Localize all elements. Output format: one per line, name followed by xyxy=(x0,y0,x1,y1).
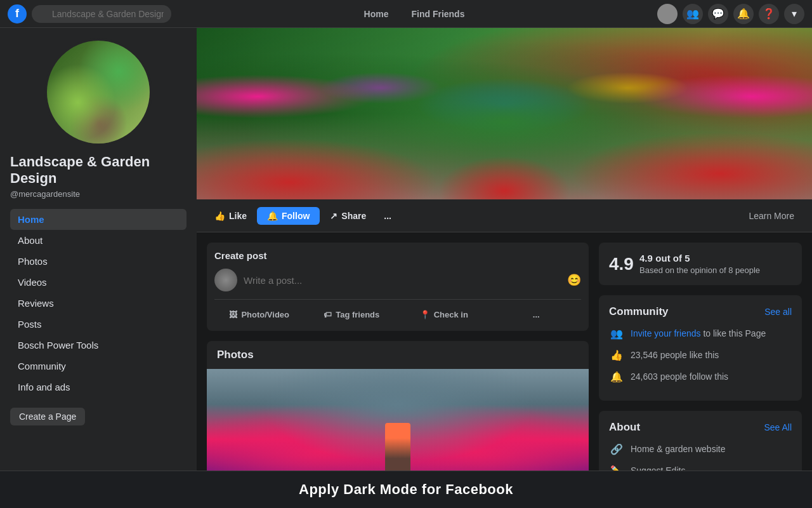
right-column: 4.9 4.9 out of 5 Based on the opinion of… xyxy=(599,243,802,508)
feed-column: Create post 😊 🖼 Photo/Video 🏷 T xyxy=(207,243,589,508)
community-header: Community See all xyxy=(609,305,792,318)
avatar-image xyxy=(47,41,150,144)
people-icon[interactable]: 👥 xyxy=(683,4,703,24)
user-avatar[interactable] xyxy=(657,4,678,24)
community-see-all[interactable]: See all xyxy=(764,307,792,317)
rating-score-value: 4.9 xyxy=(639,253,653,264)
checkin-icon: 📍 xyxy=(420,310,430,319)
post-actions-row: 🖼 Photo/Video 🏷 Tag friends 📍 Check in xyxy=(214,299,581,323)
left-sidebar: Landscape & Garden Design @mercagardensi… xyxy=(0,28,197,508)
page-handle: @mercagardensite xyxy=(10,189,187,199)
page-avatar-wrapper xyxy=(10,38,187,146)
create-page-button[interactable]: Create a Page xyxy=(10,408,85,425)
rating-card: 4.9 4.9 out of 5 Based on the opinion of… xyxy=(599,243,802,285)
sidebar-navigation: Home About Photos Videos Reviews Posts B… xyxy=(10,209,187,398)
messenger-icon[interactable]: 💬 xyxy=(708,4,728,24)
search-input[interactable] xyxy=(32,5,171,23)
invite-icon: 👥 xyxy=(609,326,624,341)
share-button[interactable]: ↗ Share xyxy=(322,207,374,225)
invite-text: Invite your friends to like this Page xyxy=(631,328,766,338)
page-action-bar: 👍 Like 🔔 Follow ↗ Share ... Learn More xyxy=(197,199,812,232)
sidebar-item-videos[interactable]: Videos xyxy=(10,272,187,293)
sidebar-item-home[interactable]: Home xyxy=(10,209,187,230)
community-likes-item: 👍 23,546 people like this xyxy=(609,347,792,363)
sidebar-item-info-ads[interactable]: Info and ads xyxy=(10,377,187,398)
follow-button[interactable]: 🔔 Follow xyxy=(257,207,320,225)
website-icon: 🔗 xyxy=(609,441,624,457)
cover-overlay xyxy=(197,28,812,199)
sidebar-item-about[interactable]: About xyxy=(10,230,187,251)
tag-friends-button[interactable]: 🏷 Tag friends xyxy=(307,306,397,323)
about-header: About See All xyxy=(609,421,792,434)
facebook-logo[interactable]: f xyxy=(8,4,27,23)
check-in-button[interactable]: 📍 Check in xyxy=(399,306,489,323)
emoji-button[interactable]: 😊 xyxy=(567,273,581,287)
photos-image[interactable] xyxy=(207,369,589,486)
content-area: Create post 😊 🖼 Photo/Video 🏷 T xyxy=(197,232,812,508)
help-icon[interactable]: ❓ xyxy=(759,4,779,24)
about-title: About xyxy=(609,421,640,434)
share-label: Share xyxy=(341,211,366,221)
share-icon: ↗ xyxy=(330,211,337,221)
sidebar-item-reviews[interactable]: Reviews xyxy=(10,293,187,314)
create-post-input-row: 😊 xyxy=(214,269,581,291)
search-wrapper: 🔍 xyxy=(32,5,171,23)
photo-video-label: Photo/Video xyxy=(241,310,289,319)
like-icon: 👍 xyxy=(214,211,225,221)
about-website-text: Home & garden website xyxy=(631,444,725,454)
tag-friends-label: Tag friends xyxy=(336,310,379,319)
more-post-actions-button[interactable]: ... xyxy=(492,306,582,323)
nav-links: Home Find Friends xyxy=(176,5,652,23)
rating-out-of: out of 5 xyxy=(655,253,690,264)
rating-details: 4.9 out of 5 Based on the opinion of 8 p… xyxy=(639,253,792,275)
sidebar-item-photos[interactable]: Photos xyxy=(10,251,187,272)
main-content: 👍 Like 🔔 Follow ↗ Share ... Learn More xyxy=(197,28,812,508)
like-label: Like xyxy=(229,211,247,221)
community-followers-item: 🔔 24,603 people follow this xyxy=(609,369,792,384)
page-name: Landscape & Garden Design xyxy=(10,154,187,187)
photo-video-button[interactable]: 🖼 Photo/Video xyxy=(214,306,304,323)
create-post-title: Create post xyxy=(214,250,581,261)
page-container: Landscape & Garden Design @mercagardensi… xyxy=(0,28,812,508)
about-see-all[interactable]: See All xyxy=(764,422,792,432)
nav-find-friends-link[interactable]: Find Friends xyxy=(401,5,475,23)
like-button[interactable]: 👍 Like xyxy=(207,207,254,225)
nav-home-link[interactable]: Home xyxy=(354,5,399,23)
check-in-label: Check in xyxy=(434,310,468,319)
page-profile-avatar xyxy=(44,38,152,146)
more-label: ... xyxy=(384,211,391,221)
more-post-label: ... xyxy=(533,310,540,319)
community-title: Community xyxy=(609,305,669,318)
invite-link[interactable]: Invite your friends xyxy=(631,328,701,338)
photo-icon: 🖼 xyxy=(229,310,237,319)
rating-opinion-text: Based on the opinion of 8 people xyxy=(639,265,792,275)
sidebar-item-bosch[interactable]: Bosch Power Tools xyxy=(10,335,187,356)
bottom-banner: Apply Dark Mode for Facebook xyxy=(0,471,812,508)
tag-icon: 🏷 xyxy=(324,310,332,319)
more-button[interactable]: ... xyxy=(376,207,399,225)
community-invite-item: 👥 Invite your friends to like this Page xyxy=(609,326,792,341)
rating-number: 4.9 xyxy=(609,254,632,274)
top-navigation: f 🔍 Home Find Friends 👥 💬 🔔 ❓ ▾ xyxy=(0,0,812,28)
sidebar-item-posts[interactable]: Posts xyxy=(10,314,187,335)
bottom-banner-text: Apply Dark Mode for Facebook xyxy=(299,481,513,497)
rating-score-text: 4.9 out of 5 xyxy=(639,253,792,264)
post-input[interactable] xyxy=(244,275,561,286)
community-card: Community See all 👥 Invite your friends … xyxy=(599,295,802,401)
notification-icon[interactable]: 🔔 xyxy=(733,4,754,24)
rating-row: 4.9 4.9 out of 5 Based on the opinion of… xyxy=(609,253,792,275)
about-website-item: 🔗 Home & garden website xyxy=(609,441,792,457)
post-user-avatar xyxy=(214,269,237,291)
invite-suffix: to like this Page xyxy=(703,328,766,338)
learn-more-button[interactable]: Learn More xyxy=(741,207,802,225)
photos-card: Photos xyxy=(207,341,589,486)
chevron-down-icon[interactable]: ▾ xyxy=(784,4,804,24)
cover-photo xyxy=(197,28,812,199)
sidebar-item-community[interactable]: Community xyxy=(10,356,187,377)
follow-label: Follow xyxy=(282,211,310,221)
photo-person-figure xyxy=(385,423,410,474)
create-post-card: Create post 😊 🖼 Photo/Video 🏷 T xyxy=(207,243,589,331)
followers-text: 24,603 people follow this xyxy=(631,371,728,382)
nav-right-icons: 👥 💬 🔔 ❓ ▾ xyxy=(657,4,804,24)
photos-title: Photos xyxy=(207,341,589,369)
